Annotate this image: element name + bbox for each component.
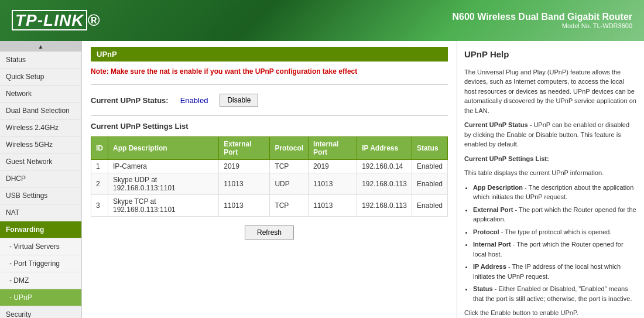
status-value: Enabled [180, 96, 208, 105]
help-list-item: IP Address - The IP address of the local… [473, 262, 637, 281]
table-header-id: ID [91, 137, 108, 160]
sidebar-item-virtual-servers[interactable]: - Virtual Servers [0, 238, 81, 255]
sidebar-item-port-triggering[interactable]: - Port Triggering [0, 255, 81, 272]
sidebar-item-forwarding[interactable]: Forwarding [0, 221, 81, 238]
table-cell: 192.168.0.113 [357, 195, 412, 217]
table-cell: 11013 [309, 195, 357, 217]
table-cell: 2019 [219, 160, 270, 173]
table-header-internal-port: Internal Port [309, 137, 357, 160]
table-row: 2Skype UDP at 192.168.0.113:110111013UDP… [91, 173, 448, 195]
table-cell: 2019 [309, 160, 357, 173]
table-cell: Enabled [412, 173, 447, 195]
table-cell: 192.168.0.14 [357, 160, 412, 173]
router-model: Model No. TL-WDR3600 [453, 22, 632, 29]
sidebar-item-nat[interactable]: NAT [0, 204, 81, 221]
table-cell: IP-Camera [108, 160, 219, 173]
table-cell: Skype TCP at 192.168.0.113:1101 [108, 195, 219, 217]
table-cell: TCP [270, 160, 309, 173]
table-cell: TCP [270, 195, 309, 217]
refresh-button[interactable]: Refresh [245, 225, 294, 240]
table-cell: UDP [270, 173, 309, 195]
table-header-ip-address: IP Address [357, 137, 412, 160]
sidebar-item-guest-network[interactable]: Guest Network [0, 153, 81, 170]
main-layout: ▲ StatusQuick SetupNetworkDual Band Sele… [0, 41, 644, 318]
help-status-label: Current UPnP Status [464, 121, 528, 128]
router-info: N600 Wireless Dual Band Gigabit Router M… [453, 12, 632, 29]
table-cell: 1 [91, 160, 108, 173]
table-header-app-description: App Description [108, 137, 219, 160]
table-header-protocol: Protocol [270, 137, 309, 160]
note-prefix: Note: Make sure the nat is [91, 67, 178, 76]
settings-list-title: Current UPnP Settings List [91, 122, 448, 131]
help-list-item: Protocol - The type of protocol which is… [473, 227, 637, 237]
divider-2 [91, 115, 448, 116]
sidebar-item-dual-band[interactable]: Dual Band Selection [0, 102, 81, 119]
divider-1 [91, 84, 448, 85]
help-title: UPnP Help [464, 48, 637, 61]
table-cell: 2 [91, 173, 108, 195]
header: TP-LINK® N600 Wireless Dual Band Gigabit… [0, 0, 644, 41]
help-list: App Description - The description about … [473, 183, 637, 304]
table-cell: 11013 [219, 173, 270, 195]
sidebar-item-upnp[interactable]: - UPnP [0, 289, 81, 306]
note-suffix: if you want the UPnP configuration take … [204, 67, 357, 76]
note-highlight: enable [180, 67, 202, 76]
router-name: N600 Wireless Dual Band Gigabit Router [453, 12, 632, 22]
table-cell: 11013 [309, 173, 357, 195]
sidebar-scroll-up[interactable]: ▲ [0, 41, 81, 52]
sidebar-items: StatusQuick SetupNetworkDual Band Select… [0, 52, 81, 318]
table-row: 3Skype TCP at 192.168.0.113:110111013TCP… [91, 195, 448, 217]
logo: TP-LINK® [12, 11, 100, 30]
table-header-status: Status [412, 137, 447, 160]
table-cell: 3 [91, 195, 108, 217]
status-label: Current UPnP Status: [91, 96, 169, 105]
help-list-item: App Description - The description about … [473, 183, 637, 202]
disable-button[interactable]: Disable [220, 94, 258, 107]
help-click-enable: Click the Enable button to enable UPnP. [464, 308, 637, 318]
help-list-item: External Port - The port which the Route… [473, 205, 637, 224]
help-list-item: Internal Port - The port which the Route… [473, 240, 637, 259]
logo-text: TP-LINK [12, 10, 87, 30]
sidebar-item-usb-settings[interactable]: USB Settings [0, 187, 81, 204]
help-settings-text: This table displays the current UPnP inf… [464, 168, 637, 178]
note-text: Note: Make sure the nat is enable if you… [91, 67, 448, 76]
help-intro: The Universal Plug and Play (UPnP) featu… [464, 67, 637, 116]
sidebar-item-wireless24[interactable]: Wireless 2.4GHz [0, 119, 81, 136]
table-row: 1IP-Camera2019TCP2019192.168.0.14Enabled [91, 160, 448, 173]
table-cell: 192.168.0.113 [357, 173, 412, 195]
table-header-row: IDApp DescriptionExternal PortProtocolIn… [91, 137, 448, 160]
sidebar-item-dmz[interactable]: - DMZ [0, 272, 81, 289]
help-settings-list-label: Current UPnP Settings List: [464, 155, 549, 162]
help-status: Current UPnP Status - UPnP can be enable… [464, 120, 637, 149]
content-wrapper: UPnP Note: Make sure the nat is enable i… [91, 47, 448, 240]
upnp-table: IDApp DescriptionExternal PortProtocolIn… [91, 136, 448, 217]
help-settings-label: Current UPnP Settings List: [464, 154, 637, 164]
table-cell: Skype UDP at 192.168.0.113:1101 [108, 173, 219, 195]
help-panel: UPnP Help The Universal Plug and Play (U… [457, 41, 644, 318]
table-cell: 11013 [219, 195, 270, 217]
table-cell: Enabled [412, 195, 447, 217]
content-area: UPnP Note: Make sure the nat is enable i… [82, 41, 457, 318]
sidebar: ▲ StatusQuick SetupNetworkDual Band Sele… [0, 41, 82, 318]
sidebar-item-quick-setup[interactable]: Quick Setup [0, 69, 81, 86]
sidebar-item-wireless5[interactable]: Wireless 5GHz [0, 136, 81, 153]
sidebar-item-dhcp[interactable]: DHCP [0, 170, 81, 187]
table-cell: Enabled [412, 160, 447, 173]
table-header: IDApp DescriptionExternal PortProtocolIn… [91, 137, 448, 160]
table-body: 1IP-Camera2019TCP2019192.168.0.14Enabled… [91, 160, 448, 217]
table-header-external-port: External Port [219, 137, 270, 160]
section-title: UPnP [91, 47, 448, 61]
sidebar-item-security[interactable]: Security [0, 306, 81, 318]
sidebar-item-network[interactable]: Network [0, 86, 81, 102]
sidebar-item-status[interactable]: Status [0, 52, 81, 69]
status-row: Current UPnP Status: Enabled Disable [91, 94, 448, 107]
help-list-item: Status - Either Enabled or Disabled, "En… [473, 284, 637, 303]
